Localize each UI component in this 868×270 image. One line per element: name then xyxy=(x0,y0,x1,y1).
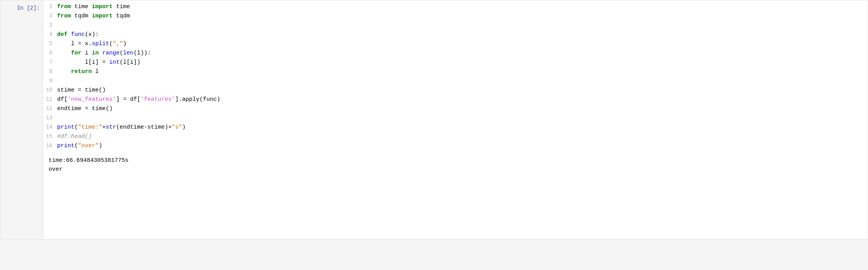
line-code: return l xyxy=(57,68,868,76)
line-number: 5 xyxy=(43,40,57,48)
line-code xyxy=(57,77,868,86)
line-code xyxy=(57,21,868,30)
line-code xyxy=(57,114,868,123)
output-line: time:66.69484305381775s xyxy=(49,156,868,165)
line-number: 10 xyxy=(43,86,57,94)
code-line: 12endtime = time() xyxy=(43,105,868,114)
line-code: def func(x): xyxy=(57,31,868,39)
code-line: 7 l[i] = int(l[i]) xyxy=(43,58,868,68)
code-line: 8 return l xyxy=(43,68,868,77)
line-number: 13 xyxy=(43,114,57,122)
line-number: 11 xyxy=(43,95,57,104)
line-number: 15 xyxy=(43,132,57,141)
code-line: 1from time import time xyxy=(43,3,868,12)
line-number: 1 xyxy=(43,3,57,11)
line-code: for i in range(len(l)): xyxy=(57,49,868,58)
line-number: 4 xyxy=(43,31,57,39)
code-area[interactable]: 1from time import time2from tqdm import … xyxy=(43,0,868,153)
line-code: print("over") xyxy=(57,142,868,151)
output-line: over xyxy=(49,165,868,174)
code-line: 13 xyxy=(43,114,868,123)
line-number: 8 xyxy=(43,68,57,76)
line-code: endtime = time() xyxy=(57,105,868,114)
notebook-cell: In [2]: 1from time import time2from tqdm… xyxy=(0,0,868,239)
line-code: print("time:"+str(endtime-stime)+"s") xyxy=(57,123,868,132)
line-number: 2 xyxy=(43,12,57,20)
code-line: 9 xyxy=(43,77,868,86)
line-number: 7 xyxy=(43,58,57,66)
line-number: 12 xyxy=(43,105,57,113)
code-line: 4def func(x): xyxy=(43,31,868,40)
line-number: 16 xyxy=(43,142,57,150)
line-code: l = x.split(",") xyxy=(57,40,868,49)
line-number: 6 xyxy=(43,49,57,57)
code-line: 11df['new_features'] = df['features'].ap… xyxy=(43,95,868,105)
line-code: from tqdm import tqdm xyxy=(57,12,868,21)
code-line: 5 l = x.split(",") xyxy=(43,40,868,49)
line-number: 14 xyxy=(43,123,57,131)
code-line: 6 for i in range(len(l)): xyxy=(43,49,868,58)
line-code: df['new_features'] = df['features'].appl… xyxy=(57,95,868,104)
code-line: 16print("over") xyxy=(43,142,868,151)
code-line: 10stime = time() xyxy=(43,86,868,95)
code-line: 15#df.head() xyxy=(43,132,868,142)
line-number: 9 xyxy=(43,77,57,85)
line-code: stime = time() xyxy=(57,86,868,95)
cell-label: In [2]: xyxy=(0,0,43,239)
cell-input-label: In [2]: xyxy=(17,5,40,11)
code-line: 3 xyxy=(43,21,868,31)
line-code: l[i] = int(l[i]) xyxy=(57,58,868,67)
code-line: 2from tqdm import tqdm xyxy=(43,12,868,21)
output-area: time:66.69484305381775sover xyxy=(43,153,868,176)
line-code: from time import time xyxy=(57,3,868,12)
line-number: 3 xyxy=(43,21,57,29)
code-line: 14print("time:"+str(endtime-stime)+"s") xyxy=(43,123,868,132)
cell-content: 1from time import time2from tqdm import … xyxy=(43,0,868,239)
line-code: #df.head() xyxy=(57,132,868,141)
